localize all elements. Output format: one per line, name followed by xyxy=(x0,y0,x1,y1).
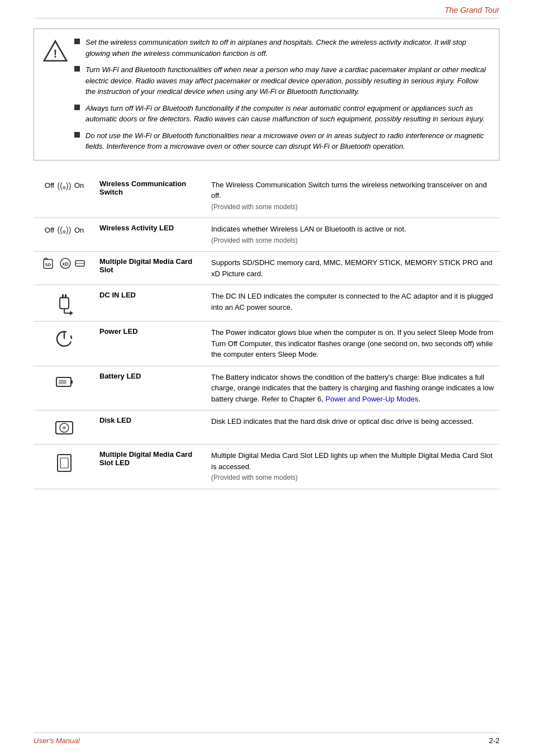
feature-desc-wireless-led: Indicates whether Wireless LAN or Blueto… xyxy=(207,218,499,252)
feature-name-media-card-led: Multiple Digital Media Card Slot LED xyxy=(95,445,207,489)
svg-rect-27 xyxy=(60,458,68,468)
sd-card-icon: SD xyxy=(42,257,57,270)
svg-rect-21 xyxy=(71,380,73,384)
xd-card-icon: xD xyxy=(59,257,72,270)
warning-text-3: Always turn off Wi-Fi or Bluetooth funct… xyxy=(85,103,490,125)
media-slot-icon: SD xD xyxy=(38,257,91,270)
warning-item-3: Always turn off Wi-Fi or Bluetooth funct… xyxy=(74,103,490,125)
svg-text:!: ! xyxy=(54,48,57,60)
feature-note-media-card-led: (Provided with some models) xyxy=(211,474,298,481)
disk-led-icon xyxy=(38,416,91,438)
warning-item-2: Turn Wi-Fi and Bluetooth functionalities… xyxy=(74,64,490,97)
bullet-icon xyxy=(74,39,80,44)
feature-name-wireless-led: Wireless Activity LED xyxy=(95,218,207,252)
warning-item-1: Set the wireless communication switch to… xyxy=(74,37,490,59)
table-row: SD xD M xyxy=(34,252,499,285)
icon-cell-media-card-led xyxy=(34,445,95,489)
media-card-slot-icon xyxy=(53,450,75,475)
feature-desc-battery-led: The Battery indicator shows the conditio… xyxy=(207,366,499,410)
warning-icon-col: ! xyxy=(43,37,74,152)
feature-name-media-slot: Multiple Digital Media Card Slot xyxy=(95,252,207,285)
feature-desc-media-slot: Supports SD/SDHC memory card, MMC, MEMOR… xyxy=(207,252,499,285)
feature-desc-wireless-switch: The Wireless Communication Switch turns … xyxy=(207,174,499,218)
warning-text-4: Do not use the Wi-Fi or Bluetooth functi… xyxy=(85,130,490,152)
feature-desc-disk-led: Disk LED indicates that the hard disk dr… xyxy=(207,410,499,445)
page-header: The Grand Tour xyxy=(34,0,499,18)
power-led-icon xyxy=(38,327,91,348)
svg-marker-17 xyxy=(70,311,73,315)
svg-rect-13 xyxy=(62,294,64,299)
wifi-waves-small-icon: ((ᵩ)) xyxy=(55,224,73,236)
feature-name-battery-led: Battery LED xyxy=(95,366,207,410)
svg-point-25 xyxy=(63,426,66,429)
bullet-icon xyxy=(74,132,80,138)
icon-cell-wireless-led: Off ((ᵩ)) On xyxy=(34,218,95,252)
feature-name-dc-in: DC IN LED xyxy=(95,285,207,322)
icon-cell-disk-led xyxy=(34,410,95,445)
plug-icon xyxy=(51,291,78,315)
table-row: Battery LED The Battery indicator shows … xyxy=(34,366,499,410)
warning-triangle-icon: ! xyxy=(43,39,68,64)
feature-name-power-led: Power LED xyxy=(95,322,207,366)
wifi-waves-icon: ((ᵩ)) xyxy=(55,179,73,192)
svg-text:((ᵩ)): ((ᵩ)) xyxy=(57,181,71,190)
power-button-icon xyxy=(54,327,75,348)
battery-icon xyxy=(54,372,74,392)
svg-rect-14 xyxy=(65,294,66,299)
svg-text:((ᵩ)): ((ᵩ)) xyxy=(57,225,71,234)
feature-note-wireless-switch: (Provided with some models) xyxy=(211,203,298,211)
warning-box: ! Set the wireless communication switch … xyxy=(34,29,499,160)
footer-manual-label: User's Manual xyxy=(34,736,80,745)
power-modes-link[interactable]: Power and Power-Up Modes xyxy=(326,395,418,403)
bullet-icon xyxy=(74,66,80,72)
feature-note-wireless-led: (Provided with some models) xyxy=(211,237,298,244)
feature-name-wireless-switch: Wireless Communication Switch xyxy=(95,174,207,218)
svg-rect-26 xyxy=(58,455,71,471)
battery-led-icon xyxy=(38,372,91,392)
table-row: Off ((ᵩ)) On Wireless Communication Swit… xyxy=(34,174,499,218)
memory-stick-icon xyxy=(74,257,86,270)
warning-text-2: Turn Wi-Fi and Bluetooth functionalities… xyxy=(85,64,490,97)
feature-desc-dc-in: The DC IN LED indicates the computer is … xyxy=(207,285,499,322)
warning-text-1: Set the wireless communication switch to… xyxy=(85,37,490,59)
feature-name-disk-led: Disk LED xyxy=(95,410,207,445)
feature-desc-power-led: The Power indicator glows blue when the … xyxy=(207,322,499,366)
icon-cell-power-led xyxy=(34,322,95,366)
page-footer: User's Manual 2-2 xyxy=(34,733,499,745)
wireless-activity-led-icon: Off ((ᵩ)) On xyxy=(38,224,91,236)
icon-cell-dc-in xyxy=(34,285,95,322)
table-row: Off ((ᵩ)) On Wireless Activity LED Indic… xyxy=(34,218,499,252)
icon-cell-media-slot: SD xD xyxy=(34,252,95,285)
disk-drive-icon xyxy=(53,416,75,438)
svg-text:SD: SD xyxy=(45,262,51,267)
table-row: Power LED The Power indicator glows blue… xyxy=(34,322,499,366)
table-row: Multiple Digital Media Card Slot LED Mul… xyxy=(34,445,499,489)
page: The Grand Tour ! Set the wireless commun… xyxy=(0,0,533,756)
footer-page-number: 2-2 xyxy=(489,736,499,745)
warning-content: Set the wireless communication switch to… xyxy=(74,37,490,152)
icon-cell-wireless-switch: Off ((ᵩ)) On xyxy=(34,174,95,218)
warning-item-4: Do not use the Wi-Fi or Bluetooth functi… xyxy=(74,130,490,152)
feature-desc-media-card-led: Multiple Digital Media Card Slot LED lig… xyxy=(207,445,499,489)
icon-cell-battery-led xyxy=(34,366,95,410)
svg-rect-12 xyxy=(60,297,69,309)
svg-text:xD: xD xyxy=(62,261,69,267)
table-row: Disk LED Disk LED indicates that the har… xyxy=(34,410,499,445)
media-card-led-icon xyxy=(38,450,91,475)
dc-in-led-icon xyxy=(38,291,91,315)
chapter-title: The Grand Tour xyxy=(445,6,499,15)
feature-table: Off ((ᵩ)) On Wireless Communication Swit… xyxy=(34,174,499,489)
table-row: DC IN LED The DC IN LED indicates the co… xyxy=(34,285,499,322)
wireless-switch-icon: Off ((ᵩ)) On xyxy=(38,179,91,192)
svg-rect-22 xyxy=(59,380,66,384)
bullet-icon xyxy=(74,105,80,110)
